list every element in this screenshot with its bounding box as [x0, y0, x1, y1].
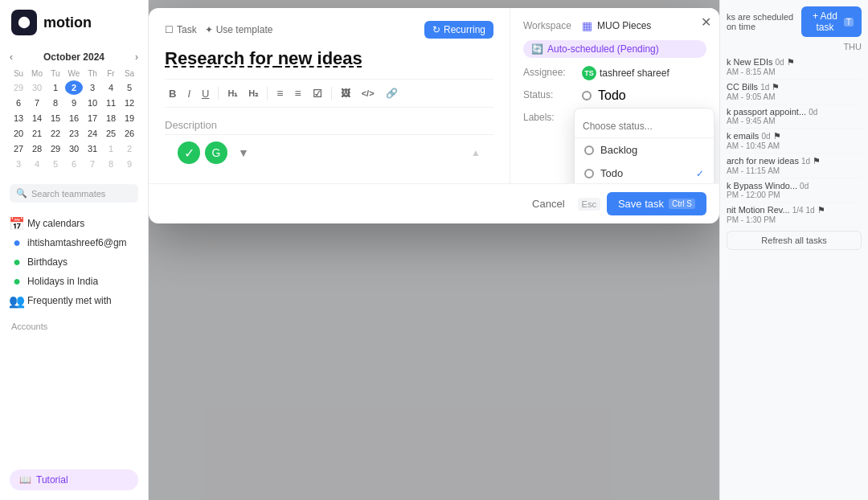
code-button[interactable]: </> [358, 86, 379, 100]
search-teammates-label: Search teammates [31, 189, 105, 199]
description-area[interactable]: Description [165, 116, 493, 134]
task-item-5[interactable]: arch for new ideas 1d ⚑ AM - 11:15 AM [727, 154, 862, 178]
h1-button[interactable]: H₁ [223, 86, 241, 101]
sidebar-item-calendar-account[interactable]: ● ihtishamtashreef6@gm [0, 233, 148, 252]
cal-day[interactable]: 15 [47, 111, 64, 125]
task-item-7[interactable]: nit Motion Rev... 1/4 1d ⚑ PM - 1:30 PM [727, 203, 862, 227]
expand-icon[interactable]: ▼ [232, 141, 255, 164]
recurring-button[interactable]: ↻ Recurring [424, 21, 493, 39]
cal-day[interactable]: 16 [65, 111, 83, 125]
sidebar-item-birthdays[interactable]: ● Birthdays [0, 252, 148, 272]
link-button[interactable]: 🔗 [382, 85, 402, 101]
modal-overlay[interactable]: ✕ ☐ Task ✦ Use template [149, 0, 719, 500]
cal-day[interactable]: 5 [121, 80, 138, 95]
checklist-button[interactable]: ☑ [309, 85, 326, 102]
cal-day[interactable]: 21 [28, 126, 46, 141]
ordered-list-button[interactable]: ≡ [290, 84, 305, 102]
image-button[interactable]: 🖼 [337, 85, 354, 101]
cal-day[interactable]: 3 [84, 80, 101, 95]
underline-button[interactable]: U [198, 85, 213, 102]
workspace-value[interactable]: ▦ MUO Pieces [582, 19, 651, 32]
task-title[interactable]: Research for new ideas [165, 48, 493, 69]
add-task-shortcut: T [844, 18, 854, 27]
tutorial-button[interactable]: 📖 Tutorial [10, 469, 138, 490]
action-icon-2[interactable]: G [205, 141, 227, 164]
svg-point-0 [18, 17, 30, 28]
assignee-row: Assignee: TS tashreef shareef [523, 66, 706, 80]
status-option-todo[interactable]: Todo ✓ [575, 162, 714, 183]
cal-day[interactable]: 30 [65, 141, 83, 156]
cal-day[interactable]: 4 [28, 157, 46, 171]
cal-day[interactable]: 4 [102, 80, 120, 95]
action-icon-1[interactable]: ✓ [178, 141, 200, 164]
cal-day[interactable]: 1 [102, 141, 120, 156]
cal-day[interactable]: 6 [65, 157, 83, 171]
toolbar-separator [331, 87, 332, 100]
save-task-button[interactable]: Save task Ctrl S [607, 192, 706, 215]
task-item-3[interactable]: k passport appoint... 0d AM - 9:45 AM [727, 105, 862, 129]
cal-day[interactable]: 14 [28, 111, 46, 125]
task-item-4[interactable]: k emails 0d ⚑ AM - 10:45 AM [727, 129, 862, 154]
cal-day[interactable]: 12 [121, 96, 138, 110]
cal-day[interactable]: 28 [28, 141, 46, 156]
auto-scheduled-badge[interactable]: 🔄 Auto-scheduled (Pending) [523, 40, 706, 58]
cal-day[interactable]: 13 [10, 111, 27, 125]
task-type-item[interactable]: ☐ Task [165, 24, 197, 35]
sidebar-item-frequently-met[interactable]: 👥 Frequently met with [0, 291, 148, 310]
italic-button[interactable]: I [183, 85, 194, 102]
tutorial-label: Tutorial [36, 474, 68, 486]
add-task-button[interactable]: + Add task T [801, 6, 862, 37]
search-teammates-box[interactable]: 🔍 Search teammates [10, 184, 138, 203]
cal-day[interactable]: 27 [10, 141, 27, 156]
status-search-input[interactable] [583, 121, 706, 132]
task-time-4: AM - 10:45 AM [727, 141, 862, 150]
cal-day[interactable]: 1 [47, 80, 64, 95]
cal-day[interactable]: 25 [102, 126, 120, 141]
cal-day[interactable]: 19 [121, 111, 138, 125]
cal-day-today[interactable]: 2 [65, 80, 83, 95]
cal-day[interactable]: 9 [65, 96, 83, 110]
bold-button[interactable]: B [165, 85, 180, 102]
status-option-backlog[interactable]: Backlog [575, 138, 714, 162]
cal-day[interactable]: 20 [10, 126, 27, 141]
task-title-7: nit Motion Rev... 1/4 1d ⚑ [727, 205, 862, 215]
cal-day[interactable]: 29 [10, 80, 27, 95]
cal-day[interactable]: 24 [84, 126, 101, 141]
calendar-next-button[interactable]: › [135, 51, 138, 63]
cal-day[interactable]: 11 [102, 96, 120, 110]
workspace-label: Workspace [523, 19, 575, 31]
task-item-1[interactable]: k New EDIs 0d ⚑ AM - 8:15 AM [727, 55, 862, 80]
status-value[interactable]: Todo Backlog [582, 88, 626, 103]
cal-day[interactable]: 9 [121, 157, 138, 171]
cancel-button[interactable]: Cancel [526, 193, 571, 215]
cal-day[interactable]: 10 [84, 96, 101, 110]
cal-day[interactable]: 29 [47, 141, 64, 156]
cal-day[interactable]: 23 [65, 126, 83, 141]
bullet-list-button[interactable]: ≡ [272, 84, 287, 102]
cal-day[interactable]: 8 [47, 96, 64, 110]
assignee-value[interactable]: TS tashreef shareef [582, 66, 669, 80]
refresh-all-tasks-button[interactable]: Refresh all tasks [727, 231, 862, 250]
cal-day[interactable]: 8 [102, 157, 120, 171]
cal-day[interactable]: 3 [10, 157, 27, 171]
sidebar-item-my-calendars[interactable]: 📅 My calendars [0, 214, 148, 233]
cal-day[interactable]: 22 [47, 126, 64, 141]
modal-close-button[interactable]: ✕ [701, 16, 711, 29]
cal-day[interactable]: 7 [28, 96, 46, 110]
cal-day[interactable]: 7 [84, 157, 101, 171]
task-item-6[interactable]: k Bypass Windo... 0d PM - 12:00 PM [727, 178, 862, 203]
calendar-prev-button[interactable]: ‹ [10, 51, 13, 63]
cal-day[interactable]: 6 [10, 96, 27, 110]
cal-day[interactable]: 26 [121, 126, 138, 141]
cal-day[interactable]: 17 [84, 111, 101, 125]
cal-day[interactable]: 5 [47, 157, 64, 171]
backlog-dot [584, 145, 594, 155]
cal-day[interactable]: 30 [28, 80, 46, 95]
h2-button[interactable]: H₂ [244, 86, 262, 101]
cal-day[interactable]: 2 [121, 141, 138, 156]
use-template-item[interactable]: ✦ Use template [205, 24, 273, 35]
cal-day[interactable]: 18 [102, 111, 120, 125]
cal-day[interactable]: 31 [84, 141, 101, 156]
task-item-2[interactable]: CC Bills 1d ⚑ AM - 9:05 AM [727, 80, 862, 105]
sidebar-item-holidays[interactable]: ● Holidays in India [0, 272, 148, 291]
